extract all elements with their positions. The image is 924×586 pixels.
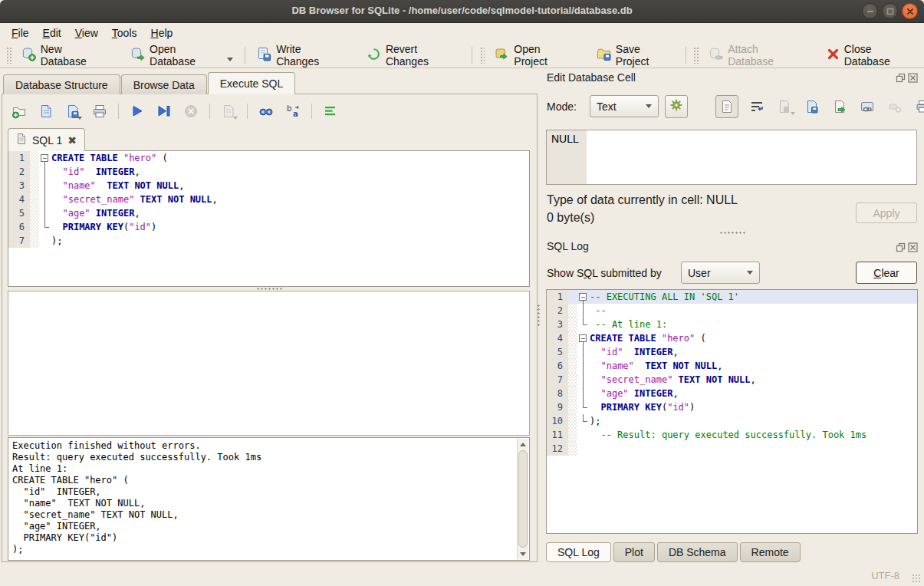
close-panel-icon[interactable] — [908, 72, 918, 86]
open-database-icon — [130, 47, 145, 64]
maximize-button[interactable] — [882, 3, 898, 19]
apply-button[interactable]: Apply — [856, 202, 917, 223]
tab-database-structure[interactable]: Database Structure — [3, 74, 120, 94]
fold-marker-icon[interactable] — [577, 331, 588, 345]
fold-marker-icon[interactable] — [577, 290, 588, 304]
tab-execute-sql[interactable]: Execute SQL — [208, 72, 296, 94]
code-line: 3 -- At line 1: — [547, 318, 917, 331]
code-text: ); — [50, 234, 529, 248]
execute-all-button[interactable] — [129, 103, 146, 120]
close-button[interactable] — [902, 3, 918, 19]
sql-editor[interactable]: 1CREATE TABLE "hero" (2 "id" INTEGER,3 "… — [8, 150, 530, 287]
dock-tab-sql-log[interactable]: SQL Log — [546, 542, 611, 562]
code-text: "secret_name" TEXT NOT NULL, — [50, 193, 529, 206]
code-text: PRIMARY KEY("id") — [588, 400, 917, 414]
minimize-button[interactable] — [862, 3, 878, 19]
line-number: 6 — [547, 359, 568, 373]
open-in-app-icon[interactable] — [858, 97, 876, 116]
fold-marker-icon — [39, 179, 50, 193]
sql-log-view[interactable]: 1-- EXECUTING ALL IN 'SQL 1'2 --3 -- At … — [546, 289, 918, 534]
cell-type-info: Type of data currently in cell: NULL — [547, 193, 738, 207]
fold-margin — [30, 151, 39, 165]
clear-log-button[interactable]: Clear — [856, 262, 917, 284]
encoding-indicator[interactable]: UTF-8 — [871, 570, 899, 581]
close-sql-tab-icon[interactable]: ✖ — [67, 134, 77, 146]
new-database-button[interactable]: New Database — [15, 40, 115, 71]
code-text: CREATE TABLE "hero" ( — [588, 331, 917, 345]
toolbar-drag-handle[interactable] — [480, 47, 485, 64]
save-sql-file-button[interactable] — [64, 103, 81, 120]
auto-switch-mode-button[interactable] — [665, 95, 688, 118]
print-cell-icon[interactable] — [913, 97, 924, 116]
scrollbar-thumb[interactable] — [518, 450, 528, 548]
fold-marker-icon[interactable] — [39, 151, 50, 165]
save-cell-icon[interactable] — [775, 97, 794, 116]
float-panel-icon[interactable] — [896, 242, 906, 255]
chevron-down-icon — [747, 271, 753, 275]
save-project-icon — [597, 47, 611, 64]
revert-changes-button[interactable]: Revert Changes — [360, 40, 467, 71]
console-scrollbar[interactable] — [517, 439, 528, 559]
dock-splitter[interactable] — [546, 231, 918, 235]
attach-database-button[interactable]: Attach Database — [702, 40, 811, 71]
code-line: 12 — [547, 442, 917, 456]
tab-browse-data[interactable]: Browse Data — [121, 74, 207, 94]
fold-margin — [30, 206, 39, 220]
window-title: DB Browser for SQLite - /home/user/code/… — [0, 5, 924, 16]
menu-view[interactable]: View — [68, 25, 105, 41]
line-number: 7 — [547, 373, 568, 387]
execute-line-button[interactable] — [156, 103, 173, 120]
dock-tab-remote[interactable]: Remote — [740, 542, 801, 562]
find-replace-button[interactable]: ba — [284, 103, 301, 120]
export-cell-data-icon[interactable] — [830, 97, 849, 116]
toolbar-drag-handle[interactable] — [693, 47, 699, 64]
titlebar: DB Browser for SQLite - /home/user/code/… — [0, 0, 924, 23]
stop-button[interactable] — [182, 103, 199, 120]
line-number: 3 — [8, 179, 30, 193]
sql-toolbar: ba — [11, 101, 339, 121]
resize-grip[interactable] — [912, 574, 921, 583]
line-number: 2 — [8, 165, 30, 179]
sql-file-icon — [16, 133, 27, 147]
print-button[interactable] — [91, 103, 108, 120]
scroll-down-icon[interactable] — [518, 548, 528, 559]
new-sql-tab-button[interactable] — [11, 103, 28, 120]
float-panel-icon[interactable] — [896, 72, 906, 86]
attach-database-icon — [709, 47, 723, 64]
code-line: 2 -- — [547, 304, 917, 318]
import-cell-data-icon[interactable] — [803, 97, 821, 116]
menu-help[interactable]: Help — [144, 25, 180, 41]
dock-tab-plot[interactable]: Plot — [613, 542, 655, 562]
mode-select[interactable]: Text — [590, 95, 659, 117]
scroll-up-icon[interactable] — [518, 439, 528, 449]
close-database-button[interactable]: Close Database — [820, 40, 924, 71]
toolbar-drag-handle[interactable] — [6, 47, 12, 64]
sql-file-tab[interactable]: SQL 1 ✖ — [8, 128, 85, 151]
text-mode-icon[interactable] — [715, 95, 738, 118]
close-panel-icon[interactable] — [908, 242, 918, 255]
fold-column — [39, 234, 50, 248]
menu-file[interactable]: File — [5, 25, 36, 41]
cell-editor[interactable]: NULL — [546, 130, 917, 185]
save-results-button[interactable] — [220, 103, 237, 120]
open-database-dropdown-icon[interactable] — [227, 58, 233, 61]
code-line: 10); — [547, 414, 917, 428]
execution-message-pane[interactable]: Execution finished without errors. Resul… — [8, 437, 530, 561]
sql-log-filter-select[interactable]: User — [681, 262, 760, 284]
open-project-button[interactable]: Open Project — [488, 40, 580, 71]
write-changes-button[interactable]: Write Changes — [250, 40, 350, 71]
set-null-icon[interactable] — [886, 97, 904, 116]
dock-tab-db-schema[interactable]: DB Schema — [657, 542, 738, 562]
line-number: 12 — [547, 442, 568, 456]
word-wrap-icon[interactable] — [748, 97, 766, 116]
sql-log-filter-label: Show SQL submitted by — [547, 267, 662, 279]
fold-margin — [30, 193, 39, 206]
open-database-button[interactable]: Open Database — [123, 40, 240, 71]
find-button[interactable] — [258, 103, 275, 120]
save-project-button[interactable]: Save Project — [590, 40, 681, 71]
menu-edit[interactable]: Edit — [36, 25, 68, 41]
menu-tools[interactable]: Tools — [105, 25, 144, 41]
line-number: 1 — [8, 151, 30, 165]
format-sql-icon[interactable] — [322, 103, 339, 120]
open-sql-file-button[interactable] — [38, 103, 54, 120]
